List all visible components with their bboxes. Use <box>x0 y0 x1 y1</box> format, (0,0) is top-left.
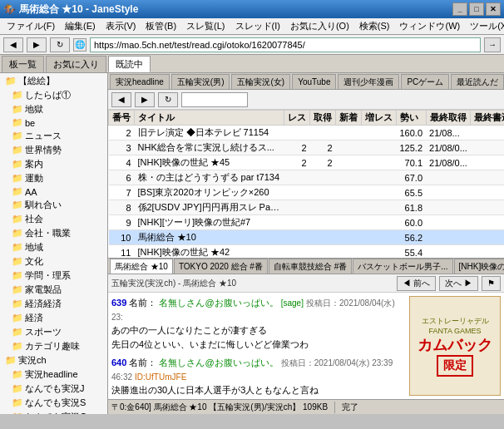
sidebar-item-gakumon[interactable]: 📁 学問・理系 <box>2 269 106 283</box>
bottom-tab-2[interactable]: 自転車競技総合 #番 <box>269 259 352 274</box>
sidebar-item-be[interactable]: 📁 be <box>2 116 106 129</box>
table-row[interactable]: 8 係2[USDV JPY]円円再用スレ Part... 61.8 21/08.… <box>109 200 505 215</box>
sidebar-item-kaden[interactable]: 📁 家電製品 <box>2 283 106 297</box>
menu-search[interactable]: 検索(S) <box>354 18 395 34</box>
cell-num: 3 <box>109 141 135 155</box>
reload-button[interactable]: ↻ <box>50 37 70 52</box>
cell-num: 2 <box>109 126 135 141</box>
menu-edit[interactable]: 編集(E) <box>60 18 101 34</box>
table-row[interactable]: 11 [NHK]映像の世紀 ★42 55.4 21/08... <box>109 245 505 259</box>
sidebar-item-chiiki[interactable]: 📁 地域 <box>2 240 106 254</box>
cell-inc <box>362 170 397 185</box>
sidebar-item-kaisha[interactable]: 📁 会社・職業 <box>2 226 106 240</box>
table-row[interactable]: 10 馬術総合 ★10 56.2 21/08... <box>109 230 505 245</box>
table-row[interactable]: 7 [BS]東京2020オリンピック×260 65.5 21/08... <box>109 185 505 200</box>
cell-new <box>336 215 362 230</box>
sidebar-item-keizai1[interactable]: 📁 経済経済 <box>2 297 106 311</box>
menu-file[interactable]: ファイル(F) <box>2 18 60 34</box>
menu-favorites[interactable]: お気に入り(O) <box>285 18 354 34</box>
sidebar-item-headline[interactable]: 📁 実況headline <box>2 367 106 382</box>
msg-sage-639: [sage] <box>281 298 304 308</box>
content-tab-manga[interactable]: 週刊少年漫画 <box>338 74 399 89</box>
sidebar-item-category[interactable]: 📁 カテゴリ趣味 <box>2 339 106 353</box>
menu-window[interactable]: ウィンドウ(W) <box>394 18 465 34</box>
cell-num: 8 <box>109 200 135 215</box>
table-row[interactable]: 9 [NHK][ツーリ]映像の世紀#7 60.0 21/08... <box>109 215 505 230</box>
sidebar-item-world[interactable]: 📁 世界情勢 <box>2 143 106 157</box>
table-row[interactable]: 3 NHK総合を常に実況し続けるス... 2 2 125.2 21/08/0..… <box>109 141 505 155</box>
advertisement[interactable]: エストレーリャデル FANTA GAMES カムバック 限定 <box>409 296 501 396</box>
menu-view[interactable]: 表示(V) <box>101 18 141 34</box>
ad-brand: エストレーリャデル FANTA GAMES <box>412 316 498 335</box>
content-tab-headline[interactable]: 実況headline <box>110 74 170 89</box>
msg-text-639: あの中の一人になりたことが凄すぎる先日の4位といい、いまだに悔しいどど偉業つわ <box>111 325 309 349</box>
sidebar-item-shitaraba[interactable]: 📁 したらば① <box>2 88 106 102</box>
sidebar-item-undou[interactable]: 📁 運動 <box>2 171 106 185</box>
cell-inc <box>362 230 397 245</box>
menu-board[interactable]: 板管(B) <box>141 18 181 34</box>
maximize-button[interactable]: □ <box>469 2 484 16</box>
cell-num: 7 <box>109 185 135 200</box>
content-back-button[interactable]: ◀ <box>111 92 131 107</box>
cell-lastwri <box>471 230 504 245</box>
col-inc: 増レス <box>362 111 397 126</box>
bottom-tab-3[interactable]: バスケットボール男子... <box>353 259 452 274</box>
cell-num: 9 <box>109 215 135 230</box>
go-button[interactable]: → <box>484 37 501 52</box>
cell-lastwri <box>471 200 504 215</box>
back-button[interactable]: ◀ <box>3 37 23 52</box>
sidebar-item-news[interactable]: 📁 ニュース <box>2 129 106 143</box>
cell-get <box>310 230 336 245</box>
address-input[interactable] <box>90 37 481 52</box>
content-tab-recent[interactable]: 最近読んだ <box>451 74 504 89</box>
content-tab-pcgame[interactable]: PCゲーム <box>401 74 449 89</box>
cell-new <box>336 155 362 170</box>
sidebar-item-jikkyog[interactable]: 📁 なんでも実況G <box>2 410 106 414</box>
chat-thread-title: 五輪実況(実況ch) - 馬術総合 ★10 <box>111 278 236 289</box>
menu-tools[interactable]: ツール(X) <box>465 18 504 34</box>
content-reload-button[interactable]: ↻ <box>158 92 178 107</box>
chat-flag-button[interactable]: ⚑ <box>482 276 501 291</box>
sidebar-item-soukei[interactable]: 📁 【総絵】 <box>2 74 106 88</box>
bottom-tab-1[interactable]: TOKYO 2020 総合 #番 <box>174 259 268 274</box>
sidebar-item-sports[interactable]: 📁 スポーツ <box>2 325 106 339</box>
ad-subtitle: 限定 <box>437 355 473 377</box>
tab-favorites[interactable]: お気に入り <box>46 56 106 72</box>
menu-thread[interactable]: スレッド(I) <box>230 18 285 34</box>
forward-button[interactable]: ▶ <box>27 37 47 52</box>
chat-next-button[interactable]: 次へ ▶ <box>439 276 478 291</box>
sidebar-item-bunka[interactable]: 📁 文化 <box>2 254 106 269</box>
msg-num-640[interactable]: 640 <box>111 358 126 367</box>
msg-num-639[interactable]: 639 <box>111 298 126 308</box>
tab-reading[interactable]: 既読中 <box>108 56 151 72</box>
cell-title: 株・の主はどうすうずる par t7134 <box>135 170 284 185</box>
sidebar-item-aa[interactable]: 📁 AA <box>2 185 106 198</box>
sidebar-item-shakai[interactable]: 📁 社会 <box>2 212 106 226</box>
table-row[interactable]: 6 株・の主はどうすうずる par t7134 67.0 21/08... <box>109 170 505 185</box>
bottom-tab-0[interactable]: 馬術総合 ★10 <box>110 259 173 274</box>
chat-prev-button[interactable]: ◀ 前へ <box>397 276 436 291</box>
sidebar-item-jikkyoj[interactable]: 📁 なんでも実況J <box>2 382 106 396</box>
sidebar-item-nare[interactable]: 📁 馴れ合い <box>2 198 106 212</box>
folder-icon: 📁 <box>12 90 23 101</box>
content-tab-olympic-m[interactable]: 五輪実況(男) <box>171 74 230 89</box>
cell-new <box>336 200 362 215</box>
cell-inc <box>362 200 397 215</box>
sidebar-item-keizai2[interactable]: 📁 経済 <box>2 311 106 325</box>
table-row[interactable]: 4 [NHK]映像の世紀 ★45 2 2 70.1 21/08/0... 21/… <box>109 155 505 170</box>
search-input[interactable] <box>181 92 248 107</box>
close-button[interactable]: ✕ <box>486 2 501 16</box>
content-forward-button[interactable]: ▶ <box>135 92 155 107</box>
menu-thread-list[interactable]: スレ覧(L) <box>181 18 230 34</box>
sidebar-item-jikkyos[interactable]: 📁 なんでも実況S <box>2 396 106 410</box>
sidebar-item-jigoku[interactable]: 📁 地獄 <box>2 102 106 116</box>
content-tab-olympic-f[interactable]: 五輪実況(女) <box>231 74 290 89</box>
tab-board-list[interactable]: 板一覧 <box>2 56 44 72</box>
sidebar-item-annai[interactable]: 📁 案内 <box>2 157 106 171</box>
bottom-tab-4[interactable]: [NHK]映像の世紀 ★... <box>454 259 504 274</box>
sidebar-item-jikkyo[interactable]: 📁 実況ch <box>2 353 106 367</box>
minimize-button[interactable]: _ <box>452 2 467 16</box>
content-tab-youtube[interactable]: YouTube <box>292 74 336 89</box>
table-row[interactable]: 2 旧テレ演定 ◆日本テレビ 71154 160.0 21/08... 21/0… <box>109 126 505 141</box>
cell-res <box>284 245 310 259</box>
